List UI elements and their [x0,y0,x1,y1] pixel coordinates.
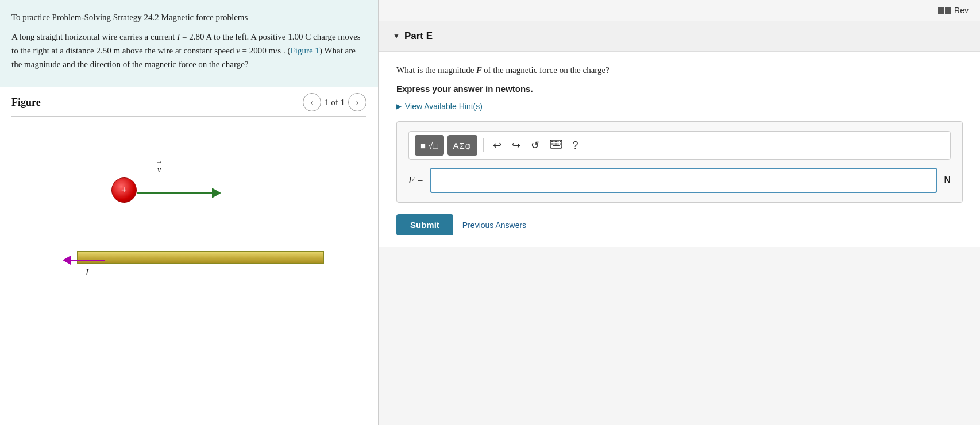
problem-intro: To practice Problem-Solving Strategy 24.… [11,10,366,24]
problem-body: A long straight horizontal wire carries … [11,30,366,71]
answer-input[interactable] [430,168,937,193]
wire-bar [77,251,324,264]
hint-arrow-icon: ▶ [396,102,402,110]
previous-answers-link[interactable]: Previous Answers [462,221,526,230]
greek-icon: ΑΣφ [453,141,472,150]
redo-button[interactable]: ↪ [508,137,524,154]
velocity-vector-label: → v [156,158,163,175]
right-panel: Rev ▼ Part E What is the magnitude F of … [379,0,980,425]
figure-counter: 1 of 1 [325,98,345,107]
svg-rect-9 [557,143,558,144]
svg-rect-5 [560,141,561,142]
greek-symbols-button[interactable]: ΑΣφ [447,135,477,156]
review-button[interactable]: Rev [938,6,969,15]
current-arrow-line [71,260,105,261]
action-row: Submit Previous Answers [396,214,963,235]
figure-prev-button[interactable]: ‹ [303,93,321,111]
unit-label: N [944,175,951,186]
svg-rect-1 [551,141,553,142]
svg-rect-4 [557,141,558,142]
math-editor-button[interactable]: ■ √□ [415,135,444,156]
svg-rect-3 [555,141,557,142]
part-title: Part E [404,30,433,42]
current-arrowhead [63,256,71,265]
part-content: What is the magnitude F of the magnetic … [379,52,980,247]
submit-button[interactable]: Submit [396,214,453,235]
hint-link[interactable]: ▶ View Available Hint(s) [396,102,963,111]
figure-divider [11,116,366,117]
svg-rect-11 [553,145,560,146]
keyboard-icon [550,140,562,149]
svg-rect-8 [555,143,557,144]
help-button[interactable]: ? [569,137,582,154]
current-arrow [63,256,105,265]
equation-label: F = [408,175,423,186]
input-row: F = N [408,168,951,193]
svg-rect-6 [551,143,553,144]
answer-box: ■ √□ ΑΣφ ↩ ↪ ↺ [396,121,963,203]
toolbar-separator [483,138,484,152]
figure-next-button[interactable]: › [348,93,366,111]
top-bar: Rev [379,0,980,21]
collapse-arrow-icon[interactable]: ▼ [393,32,400,41]
keyboard-button[interactable] [546,137,566,154]
undo-button[interactable]: ↩ [489,137,505,154]
review-icon [938,7,951,14]
problem-text-block: To practice Problem-Solving Strategy 24.… [0,0,378,87]
figure-canvas: → v + I [22,126,356,310]
figure-header: Figure ‹ 1 of 1 › [11,93,366,111]
reset-button[interactable]: ↺ [527,137,543,154]
charge-sphere: + [111,177,137,203]
figure-title: Figure [11,96,41,109]
svg-rect-2 [553,141,554,142]
left-panel: To practice Problem-Solving Strategy 24.… [0,0,379,425]
math-toolbar: ■ √□ ΑΣφ ↩ ↪ ↺ [408,131,951,160]
hint-text: View Available Hint(s) [405,102,483,111]
figure-section: Figure ‹ 1 of 1 › → v + [0,87,378,425]
velocity-arrow [137,188,221,198]
svg-rect-10 [560,143,561,144]
velocity-arrowhead [212,188,221,198]
figure-link[interactable]: Figure 1 [290,46,319,55]
velocity-arrow-line [137,192,212,194]
express-text: Express your answer in newtons. [396,84,963,94]
review-label: Rev [954,6,969,15]
question-text: What is the magnitude F of the magnetic … [396,63,963,77]
part-section: ▼ Part E What is the magnitude F of the … [379,21,980,247]
figure-nav: ‹ 1 of 1 › [303,93,366,111]
part-header: ▼ Part E [379,21,980,52]
math-icon: ■ √□ [420,141,438,150]
current-label: I [86,268,88,277]
svg-rect-7 [553,143,554,144]
